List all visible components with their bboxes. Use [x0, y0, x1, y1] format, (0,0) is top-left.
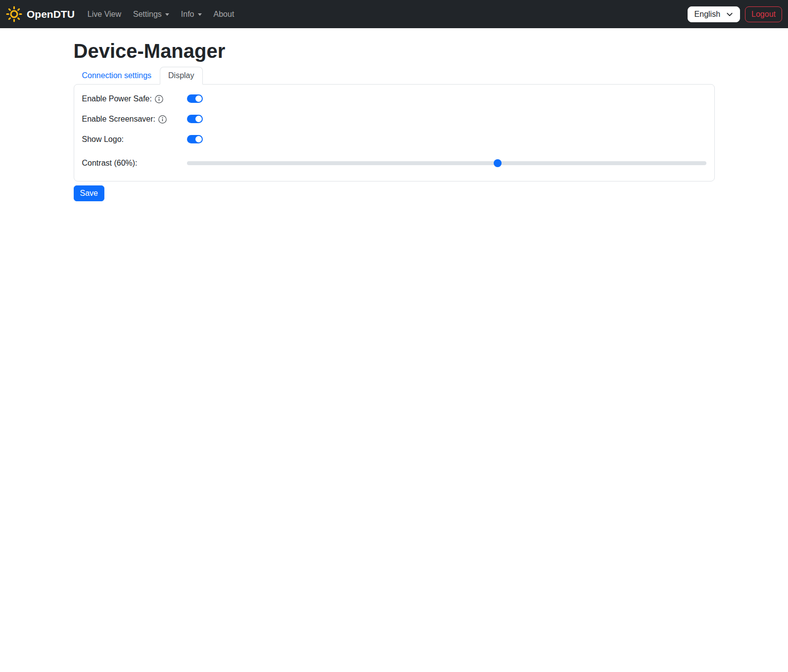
caret-down-icon	[198, 13, 202, 16]
nav-item-label: About	[214, 10, 234, 19]
sun-icon	[6, 6, 22, 22]
tab-display[interactable]: Display	[160, 67, 202, 85]
nav-item-about[interactable]: About	[210, 6, 238, 23]
tab-bar: Connection settings Display	[74, 67, 715, 85]
field-label: Enable Power Safe:	[82, 94, 152, 103]
switch-knob	[195, 116, 202, 122]
switch-knob	[195, 136, 202, 142]
save-button[interactable]: Save	[74, 185, 104, 201]
nav-item-settings[interactable]: Settings	[129, 6, 173, 23]
chevron-down-icon	[726, 11, 733, 18]
language-select[interactable]: English	[688, 6, 740, 22]
caret-down-icon	[165, 13, 169, 16]
navbar: OpenDTU Live View Settings Info About En…	[0, 0, 788, 28]
info-icon[interactable]	[155, 95, 163, 103]
logout-button[interactable]: Logout	[745, 6, 782, 22]
form-row-contrast: Contrast (60%):	[82, 153, 706, 173]
field-label: Enable Screensaver:	[82, 115, 156, 124]
contrast-slider[interactable]	[187, 159, 706, 167]
info-icon[interactable]	[158, 115, 167, 124]
page-title: Device-Manager	[74, 39, 715, 63]
nav-item-label: Info	[181, 10, 194, 19]
nav-item-label: Live View	[88, 10, 121, 19]
power-safe-switch[interactable]	[187, 94, 203, 103]
show-logo-switch[interactable]	[187, 135, 203, 143]
field-label: Show Logo:	[82, 135, 124, 144]
main-content: Device-Manager Connection settings Displ…	[68, 39, 721, 201]
screensaver-switch[interactable]	[187, 115, 203, 123]
brand-link[interactable]: OpenDTU	[6, 6, 75, 22]
nav-item-info[interactable]: Info	[177, 6, 206, 23]
form-row-power-safe: Enable Power Safe:	[82, 92, 706, 105]
field-label: Contrast (60%):	[82, 159, 138, 168]
language-value: English	[695, 10, 720, 19]
brand-label: OpenDTU	[27, 8, 75, 20]
nav-item-label: Settings	[133, 10, 162, 19]
switch-knob	[195, 95, 202, 102]
form-row-screensaver: Enable Screensaver:	[82, 113, 706, 125]
nav-item-live-view[interactable]: Live View	[84, 6, 125, 23]
form-row-show-logo: Show Logo:	[82, 133, 706, 145]
tab-connection-settings[interactable]: Connection settings	[74, 67, 160, 85]
display-settings-card: Enable Power Safe: Enable Screensaver:	[74, 84, 715, 181]
